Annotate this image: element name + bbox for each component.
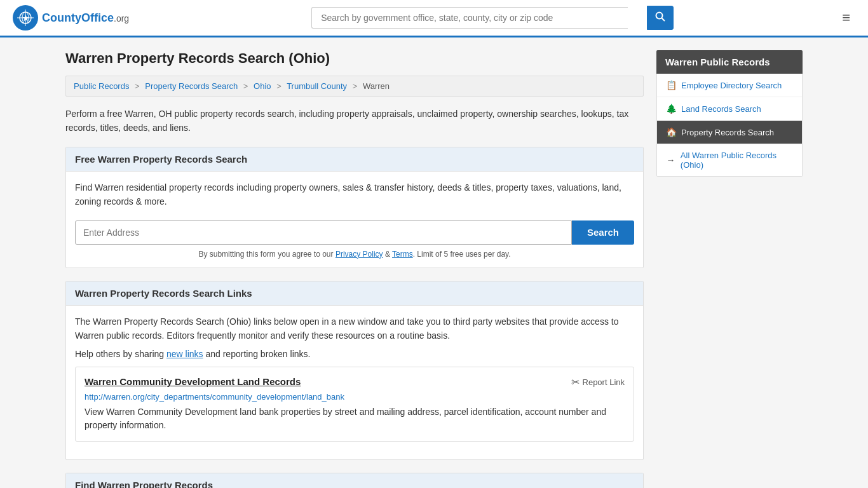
header-right: ≡: [837, 7, 855, 29]
content-area: Warren Property Records Search (Ohio) Pu…: [65, 50, 644, 488]
header-search-button[interactable]: [647, 6, 674, 30]
site-header: ★ CountyOffice.org ≡: [0, 0, 868, 37]
breadcrumb-link-property-records-search[interactable]: Property Records Search: [145, 81, 238, 91]
breadcrumb-sep-3: >: [276, 81, 281, 91]
sidebar-item-property-records[interactable]: 🏠 Property Records Search: [657, 121, 802, 144]
help-text-suffix: and reporting broken links.: [203, 349, 311, 359]
address-search-form: Search: [75, 220, 634, 245]
sidebar: Warren Public Records 📋 Employee Directo…: [656, 50, 803, 488]
breadcrumb-sep-1: >: [135, 81, 140, 91]
page-intro: Perform a free Warren, OH public propert…: [65, 107, 644, 135]
help-text: Help others by sharing new links and rep…: [75, 349, 634, 359]
all-records-icon: →: [666, 155, 675, 165]
page-title: Warren Property Records Search (Ohio): [65, 50, 644, 67]
sidebar-title: Warren Public Records: [656, 50, 803, 74]
free-search-description: Find Warren residential property records…: [75, 180, 634, 209]
employee-directory-icon: 📋: [666, 80, 676, 90]
links-section: Warren Property Records Search Links The…: [65, 281, 644, 461]
report-link-icon: ✂: [571, 376, 580, 388]
property-records-icon: 🏠: [666, 127, 676, 137]
link-card-header: Warren Community Development Land Record…: [85, 376, 625, 388]
land-records-icon: 🌲: [666, 104, 676, 114]
breadcrumb-sep-4: >: [353, 81, 358, 91]
sidebar-item-land-records[interactable]: 🌲 Land Records Search: [657, 97, 802, 121]
breadcrumb-link-trumbull[interactable]: Trumbull County: [287, 81, 347, 91]
sidebar-list: 📋 Employee Directory Search 🌲 Land Recor…: [656, 74, 803, 177]
links-section-heading: Warren Property Records Search Links: [66, 281, 643, 306]
form-note-and: &: [383, 250, 392, 259]
header-search-area: [292, 6, 674, 30]
link-card-0: Warren Community Development Land Record…: [75, 367, 634, 442]
help-text-prefix: Help others by sharing: [75, 349, 166, 359]
free-search-section: Free Warren Property Records Search Find…: [65, 147, 644, 268]
form-note-suffix: . Limit of 5 free uses per day.: [413, 250, 511, 259]
address-search-button[interactable]: Search: [572, 220, 634, 245]
link-card-description: View Warren Community Development land b…: [85, 405, 625, 432]
link-card-url[interactable]: http://warren.org/city_departments/commu…: [85, 392, 625, 402]
find-section-heading: Find Warren Property Records: [66, 473, 643, 488]
svg-text:★: ★: [22, 14, 29, 23]
free-search-heading: Free Warren Property Records Search: [66, 147, 643, 172]
links-description: The Warren Property Records Search (Ohio…: [75, 315, 634, 343]
logo-text: CountyOffice.org: [42, 11, 129, 25]
breadcrumb: Public Records > Property Records Search…: [65, 76, 644, 97]
form-note: By submitting this form you agree to our…: [75, 250, 634, 259]
find-section: Find Warren Property Records A Warren Pr…: [65, 473, 644, 488]
form-note-prefix: By submitting this form you agree to our: [198, 250, 335, 259]
svg-line-7: [662, 18, 665, 22]
sidebar-item-label-0: Employee Directory Search: [681, 81, 782, 90]
free-search-body: Find Warren residential property records…: [66, 172, 643, 268]
logo-icon: ★: [13, 5, 38, 30]
breadcrumb-link-ohio[interactable]: Ohio: [254, 81, 271, 91]
svg-point-6: [656, 13, 663, 19]
report-link-label: Report Link: [583, 377, 625, 387]
link-card-title[interactable]: Warren Community Development Land Record…: [85, 376, 301, 387]
breadcrumb-link-public-records[interactable]: Public Records: [74, 81, 129, 91]
terms-link[interactable]: Terms: [392, 250, 413, 259]
links-section-body: The Warren Property Records Search (Ohio…: [66, 306, 643, 460]
report-link-button[interactable]: ✂ Report Link: [571, 376, 625, 388]
logo[interactable]: ★ CountyOffice.org: [13, 5, 129, 30]
sidebar-item-label-1: Land Records Search: [681, 104, 761, 114]
new-links-link[interactable]: new links: [166, 349, 203, 359]
breadcrumb-current: Warren: [363, 81, 390, 91]
sidebar-item-employee-directory[interactable]: 📋 Employee Directory Search: [657, 74, 802, 97]
breadcrumb-sep-2: >: [243, 81, 248, 91]
privacy-policy-link[interactable]: Privacy Policy: [336, 250, 383, 259]
header-search-input[interactable]: [311, 7, 628, 29]
sidebar-item-all-records[interactable]: → All Warren Public Records (Ohio): [657, 144, 802, 176]
sidebar-item-label-2: Property Records Search: [681, 128, 774, 137]
menu-button[interactable]: ≡: [837, 7, 855, 29]
sidebar-item-label-3: All Warren Public Records (Ohio): [681, 151, 793, 170]
main-container: Warren Property Records Search (Ohio) Pu…: [53, 37, 815, 488]
address-search-input[interactable]: [75, 220, 572, 245]
